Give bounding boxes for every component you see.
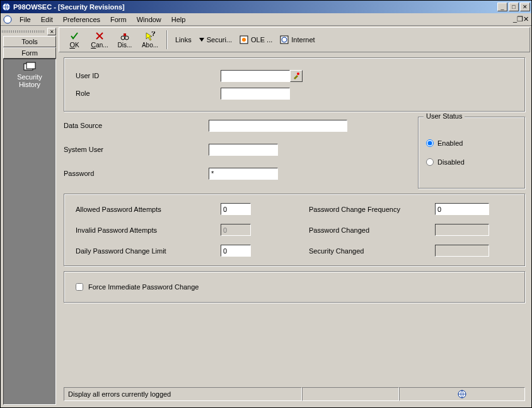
menu-edit[interactable]: Edit [36, 15, 58, 25]
app-icon [2, 3, 11, 11]
pw-changed-input [435, 224, 489, 236]
internet-icon [280, 35, 289, 44]
data-source-input[interactable] [209, 120, 347, 132]
flashlight-icon [292, 72, 300, 79]
system-user-label: System User [64, 146, 209, 153]
daily-limit-input[interactable] [221, 245, 251, 257]
title-bar: P98OWSEC - [Security Revisions] _ □ ✕ [1, 1, 531, 13]
invalid-attempts-label: Invalid Password Attempts [76, 226, 221, 234]
window-title: P98OWSEC - [Security Revisions] [13, 3, 496, 11]
links-dropdown[interactable]: Securi... [199, 36, 232, 44]
internet-link[interactable]: Internet [280, 35, 315, 44]
disabled-radio[interactable] [426, 158, 434, 166]
svg-point-4 [121, 36, 125, 40]
allowed-attempts-input[interactable] [221, 203, 251, 215]
user-group: User ID Role [64, 57, 525, 112]
status-icons-cell [399, 387, 525, 401]
invalid-attempts-input [221, 224, 251, 236]
svg-text:?: ? [151, 32, 155, 37]
pw-changed-label: Password Changed [309, 226, 435, 234]
toolbar: OK Can... Dis... ? Abo... Links [59, 27, 530, 52]
svg-rect-3 [26, 62, 35, 69]
allowed-attempts-label: Allowed Password Attempts [76, 206, 221, 213]
svg-point-9 [242, 38, 246, 42]
dropdown-arrow-icon [199, 38, 204, 42]
ok-check-icon [69, 31, 79, 41]
form-content: User ID Role Data Source [59, 52, 530, 406]
sec-changed-input [435, 245, 489, 257]
close-button[interactable]: ✕ [520, 3, 530, 11]
change-freq-label: Password Change Frequency [309, 206, 435, 213]
maximize-button[interactable]: □ [509, 3, 519, 11]
sec-changed-label: Security Changed [309, 247, 435, 255]
cancel-x-icon [95, 31, 105, 41]
user-status-title: User Status [424, 112, 465, 120]
menu-window[interactable]: Window [132, 15, 166, 25]
disabled-label: Disabled [437, 158, 465, 166]
password-group: Allowed Password Attempts Password Chang… [64, 194, 525, 266]
sidebar-form-button[interactable]: Form [3, 47, 56, 59]
user-status-group: User Status Enabled Disabled [418, 117, 525, 189]
app-icon-small [3, 15, 12, 24]
sidebar-close-button[interactable]: ✕ [47, 28, 56, 35]
svg-rect-6 [124, 33, 126, 36]
sidebar-item-security-history[interactable]: Security History [17, 73, 42, 88]
ole-icon [240, 35, 248, 44]
minimize-button[interactable]: _ [497, 3, 507, 11]
user-id-input[interactable] [221, 70, 290, 82]
svg-point-5 [125, 36, 129, 40]
menu-bar: File Edit Preferences Form Window Help _… [1, 13, 531, 26]
role-label: Role [76, 90, 221, 97]
daily-limit-label: Daily Password Change Limit [76, 247, 221, 255]
mdi-close-button[interactable]: ✕ [523, 15, 529, 23]
sidebar-drag-handle[interactable] [2, 30, 45, 33]
svg-point-12 [297, 73, 299, 75]
password-label: Password [64, 170, 209, 177]
help-cursor-icon: ? [145, 32, 155, 42]
change-freq-input[interactable] [435, 203, 489, 215]
enabled-radio[interactable] [426, 139, 434, 147]
force-change-label: Force Immediate Password Change [88, 283, 199, 291]
security-history-icon [23, 62, 36, 72]
display-button[interactable]: Dis... [113, 32, 136, 49]
ole-link[interactable]: OLE ... [240, 35, 272, 44]
status-bar: Display all errors currently logged [64, 387, 525, 401]
mdi-restore-button[interactable]: ❐ [517, 15, 523, 23]
menu-form[interactable]: Form [105, 15, 132, 25]
links-label: Links [175, 36, 192, 44]
force-change-checkbox[interactable] [76, 283, 83, 291]
password-input[interactable] [209, 168, 278, 180]
ok-button[interactable]: OK [63, 31, 86, 49]
globe-icon [457, 389, 467, 399]
status-mid-cell [302, 387, 399, 401]
data-source-label: Data Source [64, 122, 209, 129]
status-message: Display all errors currently logged [64, 387, 302, 401]
user-id-visual-assist-button[interactable] [290, 70, 303, 82]
user-id-label: User ID [76, 72, 221, 79]
force-group: Force Immediate Password Change [64, 271, 525, 303]
toolbar-separator [166, 30, 168, 49]
menu-preferences[interactable]: Preferences [58, 15, 105, 25]
about-button[interactable]: ? Abo... [139, 32, 161, 49]
system-user-input[interactable] [209, 144, 278, 156]
role-input[interactable] [221, 88, 290, 100]
svg-point-1 [4, 16, 11, 23]
binoculars-icon [120, 32, 130, 42]
enabled-label: Enabled [437, 139, 463, 147]
menu-help[interactable]: Help [166, 15, 191, 25]
sidebar: ✕ Tools Form Security History [2, 27, 57, 406]
cancel-button[interactable]: Can... [88, 31, 111, 49]
sidebar-tools-button[interactable]: Tools [3, 36, 56, 47]
menu-file[interactable]: File [14, 15, 36, 25]
